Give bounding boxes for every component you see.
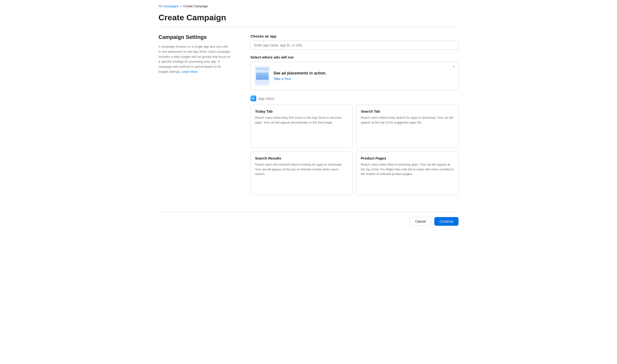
app-store-name: App Store bbox=[258, 96, 274, 101]
cancel-button[interactable]: Cancel bbox=[410, 217, 431, 226]
choose-app-label: Choose an app bbox=[250, 34, 459, 38]
placement-card-search-results[interactable]: Search Results Reach users the moment th… bbox=[250, 152, 353, 195]
phone-mockup bbox=[255, 66, 270, 86]
app-name-input[interactable] bbox=[250, 41, 459, 50]
select-placement-label: Select where ads will run bbox=[250, 55, 459, 59]
banner-close-button[interactable]: × bbox=[453, 65, 455, 69]
card-title-product-pages: Product Pages bbox=[361, 156, 454, 160]
banner-text: See ad placements in action. Take a Tour bbox=[274, 71, 326, 81]
breadcrumb-current: Create Campaign bbox=[183, 4, 208, 8]
app-store-label: A App Store bbox=[250, 95, 459, 101]
take-tour-link[interactable]: Take a Tour bbox=[274, 77, 291, 81]
card-title-search-results: Search Results bbox=[255, 156, 348, 160]
app-store-icon: A bbox=[250, 95, 256, 101]
card-desc-today-tab: Reach users when they first come to the … bbox=[255, 115, 348, 125]
sidebar-description: A campaign focuses on a single app and r… bbox=[158, 44, 231, 75]
continue-button[interactable]: Continue bbox=[434, 217, 459, 226]
footer-actions: Cancel Continue bbox=[158, 212, 459, 231]
sidebar-title: Campaign Settings bbox=[158, 34, 231, 40]
banner-headline: See ad placements in action. bbox=[274, 71, 326, 75]
card-desc-search-tab: Reach users before they search for apps … bbox=[361, 115, 454, 125]
breadcrumb-separator: > bbox=[180, 5, 182, 8]
main-content: Campaign Settings A campaign focuses on … bbox=[158, 34, 459, 205]
placement-card-search-tab[interactable]: Search Tab Reach users before they searc… bbox=[356, 105, 459, 148]
card-desc-product-pages: Reach users when they're browsing apps. … bbox=[361, 162, 454, 176]
placement-cards-grid: Today Tab Reach users when they first co… bbox=[250, 105, 459, 195]
page-title: Create Campaign bbox=[158, 13, 459, 22]
placement-card-today-tab[interactable]: Today Tab Reach users when they first co… bbox=[250, 105, 353, 148]
breadcrumb: All Campaigns > Create Campaign bbox=[158, 0, 459, 10]
top-divider bbox=[158, 26, 459, 27]
card-desc-search-results: Reach users the moment they're looking f… bbox=[255, 162, 348, 176]
breadcrumb-link-all-campaigns[interactable]: All Campaigns bbox=[158, 4, 179, 8]
campaign-settings-sidebar: Campaign Settings A campaign focuses on … bbox=[158, 34, 231, 195]
placement-banner: × See ad placements in action. Take a To… bbox=[250, 62, 459, 90]
learn-more-link[interactable]: Learn More bbox=[181, 70, 197, 74]
card-title-today-tab: Today Tab bbox=[255, 109, 348, 113]
form-content: Choose an app Select where ads will run … bbox=[250, 34, 459, 195]
phone-screen bbox=[255, 66, 270, 86]
placement-card-product-pages[interactable]: Product Pages Reach users when they're b… bbox=[356, 152, 459, 195]
card-title-search-tab: Search Tab bbox=[361, 109, 454, 113]
